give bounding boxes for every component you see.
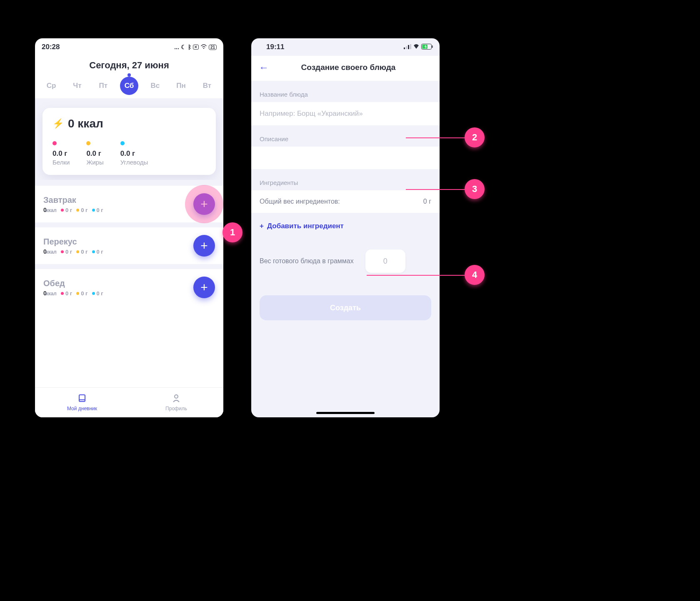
dot-icon [52, 141, 57, 145]
battery-icon: 21 [209, 45, 217, 50]
dot-icon [86, 141, 90, 145]
bolt-icon: ⚡ [52, 118, 64, 129]
day-Вт[interactable]: Вт [198, 77, 216, 95]
annotation-badge-2: 2 [465, 127, 485, 147]
dish-name-label: Название блюда [251, 81, 440, 102]
nav-diary[interactable]: Мой дневник [35, 388, 129, 417]
description-label: Описание [251, 125, 440, 147]
add-meal-wrapper: + [193, 193, 215, 215]
battery-icon [421, 44, 433, 51]
add-meal-button[interactable]: + [193, 277, 215, 298]
meal-list: Завтрак 0 ккал 0 г 0 г 0 г + Перекус 0 к… [35, 180, 223, 306]
meal-name: Завтрак [43, 195, 103, 205]
add-meal-wrapper: + [193, 235, 215, 257]
macro-Белки: 0.0 г Белки [52, 141, 70, 166]
day-Ср[interactable]: Ср [42, 77, 60, 95]
wifi-icon [200, 44, 207, 50]
meal-row-Обед: Обед 0 ккал 0 г 0 г 0 г + [35, 269, 223, 306]
add-meal-wrapper: + [193, 277, 215, 298]
annotation-line-2 [406, 137, 468, 138]
dot-icon [120, 141, 125, 145]
status-bar: 20:28 ... ☾ ᛒ ✕ 21 [35, 38, 223, 56]
day-selector: СрЧтПтСбВсПнВт [35, 77, 223, 98]
day-Чт[interactable]: Чт [68, 77, 86, 95]
macros-row: 0.0 г Белки 0.0 г Жиры 0.0 г Углеводы [52, 141, 206, 166]
macro-label: Жиры [86, 159, 103, 166]
create-button[interactable]: Создать [260, 295, 431, 320]
dish-name-input[interactable]: Например: Борщ «Украинский» [251, 102, 440, 125]
kcal-value: 0 ккал [68, 117, 103, 130]
add-ingredient-button[interactable]: + Добавить ингредиент [251, 213, 440, 239]
summary-card: ⚡ 0 ккал 0.0 г Белки 0.0 г Жиры 0.0 г Уг… [42, 108, 216, 175]
description-input[interactable] [251, 147, 440, 169]
total-weight-row: Общий вес ингредиентов: 0 г [251, 190, 440, 213]
macro-value: 0.0 г [120, 150, 148, 158]
day-Вс[interactable]: Вс [146, 77, 164, 95]
svg-rect-7 [410, 44, 411, 49]
svg-point-0 [203, 48, 204, 49]
profile-icon [172, 394, 181, 405]
back-arrow-icon[interactable]: ← [259, 62, 269, 73]
day-Сб[interactable]: Сб [120, 77, 138, 95]
cooked-weight-row: Вес готового блюда в граммах 0 [251, 239, 440, 283]
phone-create-dish: 19:11 ← Создание своего блюда Название б… [251, 38, 440, 417]
annotation-badge-4: 4 [465, 265, 485, 285]
wifi-icon [413, 44, 420, 50]
meal-summary: 0 ккал 0 г 0 г 0 г [43, 207, 103, 213]
highlight-halo [185, 185, 223, 223]
svg-rect-4 [404, 47, 405, 49]
svg-rect-6 [408, 45, 409, 49]
meal-row-Перекус: Перекус 0 ккал 0 г 0 г 0 г + [35, 227, 223, 264]
svg-rect-10 [432, 45, 433, 48]
moon-icon: ☾ [181, 44, 186, 50]
total-weight-label: Общий вес ингредиентов: [260, 198, 340, 205]
annotation-badge-3: 3 [465, 179, 485, 199]
status-icons: ... ☾ ᛒ ✕ 21 [174, 44, 217, 50]
date-title: Сегодня, 27 июня [35, 60, 223, 71]
bottom-nav: Мой дневник Профиль [35, 387, 223, 417]
macro-label: Белки [52, 159, 70, 166]
svg-rect-1 [79, 395, 85, 401]
bluetooth-icon: ᛒ [188, 44, 191, 50]
meal-name: Перекус [43, 237, 103, 247]
screen-title: Создание своего блюда [276, 63, 420, 72]
kcal-total: ⚡ 0 ккал [52, 117, 206, 130]
cooked-weight-input[interactable]: 0 [365, 249, 405, 273]
day-Пн[interactable]: Пн [172, 77, 190, 95]
macro-Жиры: 0.0 г Жиры [86, 141, 103, 166]
meal-name: Обед [43, 279, 103, 288]
annotation-line-4 [367, 275, 468, 276]
nav-diary-label: Мой дневник [67, 406, 97, 411]
status-bar: 19:11 [251, 38, 440, 56]
macro-value: 0.0 г [86, 150, 103, 158]
status-time: 20:28 [42, 43, 60, 51]
status-time: 19:11 [258, 43, 284, 51]
vibrate-icon: ✕ [193, 45, 199, 50]
total-weight-value: 0 г [423, 198, 431, 205]
macro-Углеводы: 0.0 г Углеводы [120, 141, 148, 166]
add-ingredient-label: Добавить ингредиент [267, 222, 344, 230]
ellipsis-icon: ... [174, 44, 179, 50]
screen-header: ← Создание своего блюда [251, 56, 440, 81]
meal-summary: 0 ккал 0 г 0 г 0 г [43, 248, 103, 255]
nav-profile[interactable]: Профиль [129, 388, 223, 417]
add-meal-button[interactable]: + [193, 235, 215, 257]
macro-label: Углеводы [120, 159, 148, 166]
signal-icon [404, 44, 411, 50]
status-icons [404, 44, 433, 51]
ingredients-label: Ингредиенты [251, 169, 440, 190]
cooked-weight-label: Вес готового блюда в граммах [260, 257, 354, 266]
nav-profile-label: Профиль [165, 406, 187, 411]
svg-point-3 [175, 395, 178, 398]
phone-diary: 20:28 ... ☾ ᛒ ✕ 21 Сегодня, 27 июня СрЧт… [35, 38, 223, 417]
svg-rect-5 [406, 46, 407, 49]
meal-summary: 0 ккал 0 г 0 г 0 г [43, 290, 103, 297]
meal-row-Завтрак: Завтрак 0 ккал 0 г 0 г 0 г + [35, 186, 223, 222]
plus-icon: + [260, 222, 264, 230]
diary-icon [78, 394, 87, 405]
macro-value: 0.0 г [52, 150, 70, 158]
annotation-badge-1: 1 [222, 222, 242, 242]
day-Пт[interactable]: Пт [94, 77, 112, 95]
annotation-line-3 [406, 189, 468, 190]
home-indicator[interactable] [316, 412, 375, 414]
